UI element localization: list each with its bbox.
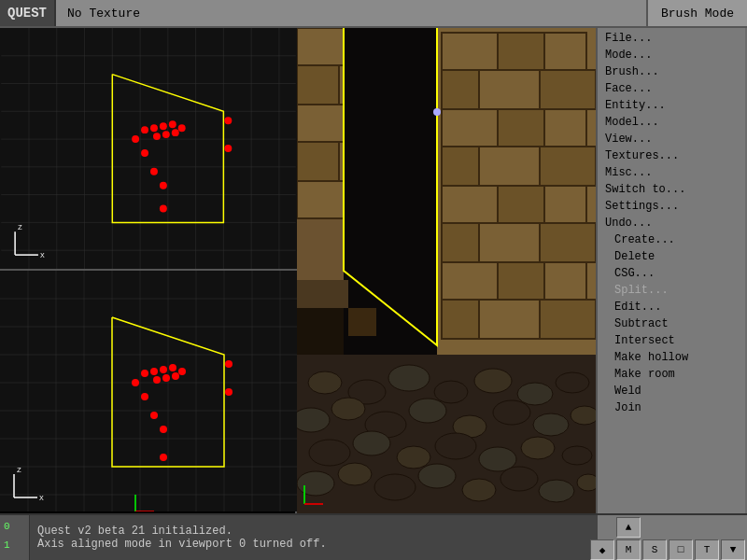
diamond-btn[interactable]: ◆ [590, 539, 614, 560]
status-line1: Quest v2 beta 21 initialized. [37, 525, 590, 538]
menu-create[interactable]: Create... [598, 231, 745, 248]
status-bar: 0 1 Quest v2 beta 21 initialized. Axis a… [0, 513, 747, 560]
menu-intersect[interactable]: Intersect [598, 332, 745, 349]
svg-point-67 [160, 454, 167, 461]
svg-text:X: X [40, 251, 45, 259]
viewport-bottom[interactable]: Z X [0, 271, 297, 511]
svg-point-26 [132, 135, 139, 143]
app-logo: QUEST [0, 0, 56, 26]
s-btn[interactable]: S [642, 539, 667, 560]
svg-point-156 [500, 467, 538, 491]
viewport-top[interactable]: Z X [0, 28, 297, 271]
svg-point-147 [435, 433, 476, 459]
menu-delete[interactable]: Delete [598, 248, 745, 265]
svg-point-135 [556, 372, 589, 393]
svg-point-28 [150, 168, 158, 175]
svg-point-59 [178, 368, 186, 375]
menu-split[interactable]: Split... [598, 282, 745, 299]
svg-point-32 [224, 145, 232, 152]
menu-subtract[interactable]: Subtract [598, 315, 745, 332]
menu-model[interactable]: Model... [598, 114, 745, 131]
svg-point-20 [160, 122, 167, 130]
svg-point-30 [160, 205, 167, 213]
menu-undo[interactable]: Undo... [598, 215, 745, 231]
svg-point-18 [141, 126, 148, 133]
menu-entity[interactable]: Entity... [598, 97, 745, 114]
menu-misc[interactable]: Misc... [598, 164, 745, 181]
left-viewports: Z X [0, 28, 297, 513]
svg-rect-100 [344, 28, 437, 355]
svg-rect-123 [442, 300, 479, 339]
svg-rect-107 [540, 70, 596, 109]
menu-edit[interactable]: Edit... [598, 299, 745, 315]
menu-file[interactable]: File... [598, 30, 745, 47]
svg-rect-118 [479, 223, 540, 262]
right-menu: File... Mode... Brush... Face... Entity.… [596, 28, 745, 513]
svg-rect-125 [540, 300, 596, 339]
svg-rect-108 [442, 109, 498, 147]
svg-point-61 [153, 376, 161, 384]
menu-textures[interactable]: Textures... [598, 147, 745, 164]
svg-point-155 [462, 479, 496, 501]
svg-point-153 [374, 474, 416, 500]
svg-point-152 [338, 463, 372, 485]
svg-point-21 [169, 120, 176, 128]
svg-point-141 [493, 400, 530, 425]
svg-rect-121 [498, 262, 544, 300]
svg-text:X: X [39, 494, 44, 502]
menu-make-room[interactable]: Make room [598, 366, 745, 383]
status-numbers: 0 1 [0, 515, 30, 560]
svg-point-64 [141, 393, 148, 400]
menu-make-hollow[interactable]: Make hollow [598, 349, 745, 366]
svg-point-63 [132, 379, 139, 386]
svg-point-157 [539, 480, 574, 502]
scroll-down-btn[interactable]: ▼ [721, 539, 745, 560]
t-btn[interactable]: T [695, 539, 719, 560]
controls-row-top: ◆ M S □ T ▼ [590, 539, 745, 560]
svg-point-150 [562, 446, 592, 465]
svg-rect-106 [479, 70, 540, 109]
svg-point-143 [571, 406, 596, 425]
menu-face[interactable]: Face... [598, 80, 745, 97]
scroll-up-btn[interactable]: ▲ [616, 517, 641, 538]
svg-point-142 [533, 413, 569, 436]
svg-point-22 [178, 124, 186, 132]
svg-point-158 [577, 474, 596, 491]
status-controls: ▲ ◆ M S □ T ▼ ↺ ↻ ↑ ↓ [598, 515, 747, 560]
svg-point-55 [141, 370, 148, 377]
svg-point-19 [150, 124, 158, 132]
svg-rect-127 [348, 308, 376, 336]
svg-rect-109 [498, 109, 544, 147]
svg-rect-102 [442, 33, 498, 70]
menu-settings[interactable]: Settings... [598, 198, 745, 215]
menu-brush[interactable]: Brush... [598, 63, 745, 80]
svg-point-159 [433, 108, 441, 116]
square-btn[interactable]: □ [669, 539, 693, 560]
svg-point-68 [225, 360, 233, 368]
svg-rect-113 [540, 147, 596, 186]
no-texture-label: No Texture [56, 7, 646, 21]
viewport-3d[interactable] [297, 28, 596, 513]
svg-point-60 [162, 374, 170, 382]
menu-csg[interactable]: CSG... [598, 265, 745, 282]
svg-point-154 [418, 464, 456, 488]
svg-rect-110 [544, 109, 586, 147]
svg-point-23 [162, 131, 170, 138]
svg-rect-115 [498, 186, 544, 223]
svg-point-146 [397, 446, 430, 469]
menu-mode[interactable]: Mode... [598, 47, 745, 63]
svg-rect-117 [442, 223, 479, 262]
svg-rect-119 [540, 223, 596, 262]
svg-point-57 [160, 366, 167, 373]
svg-rect-105 [442, 70, 479, 109]
m-btn[interactable]: M [616, 539, 641, 560]
menu-weld[interactable]: Weld [598, 383, 745, 399]
menu-view[interactable]: View... [598, 131, 745, 147]
svg-point-62 [172, 372, 179, 380]
svg-point-137 [331, 398, 365, 420]
status-line2: Axis aligned mode in viewport 0 turned o… [37, 538, 590, 551]
svg-point-25 [172, 129, 179, 136]
menu-switch-to[interactable]: Switch to... [598, 181, 745, 198]
menu-join[interactable]: Join [598, 399, 745, 416]
brush-mode-button[interactable]: Brush Mode [646, 0, 747, 26]
